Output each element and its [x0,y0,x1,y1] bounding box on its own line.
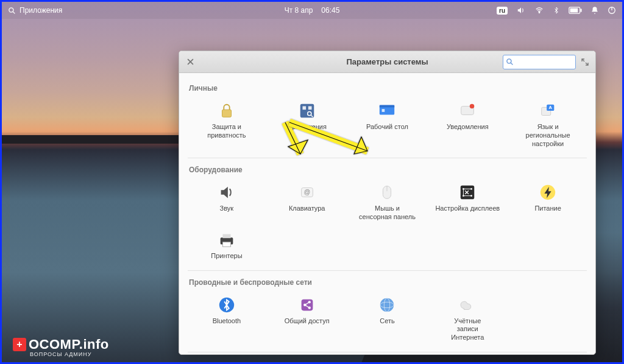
item-bluetooth[interactable]: Bluetooth [188,292,266,345]
notifications-icon[interactable] [590,5,599,15]
item-displays[interactable]: Настройка дисплеев [428,179,506,224]
settings-search-input[interactable] [514,58,569,66]
watermark: +OCOMP.info ВОПРОСЫ АДМИНУ [13,337,109,357]
lock-icon [216,100,238,122]
item-network[interactable]: Сеть [349,292,427,345]
item-notifications[interactable]: Уведомления [428,97,506,150]
share-icon [296,294,318,316]
mouse-icon [376,181,398,203]
section-hardware: Оборудование Звук @ Клавиатура [188,158,587,270]
svg-text:@: @ [303,189,310,195]
svg-rect-14 [302,107,306,110]
window-title: Параметры системы [346,57,428,66]
svg-rect-4 [580,9,581,12]
svg-rect-5 [570,9,578,13]
item-security-privacy[interactable]: Защита и приватность [188,97,266,150]
bluetooth-icon[interactable] [553,5,560,15]
item-sharing[interactable]: Общий доступ [268,292,346,345]
speaker-icon [216,181,238,203]
item-printers[interactable]: Принтеры [188,226,266,263]
applications-label: Приложения [20,6,62,15]
battery-icon[interactable] [569,7,582,14]
watermark-site: OCOMP.info [29,337,109,352]
item-language-region[interactable]: A Язык и региональные настройки [509,97,587,150]
item-mouse-touchpad[interactable]: Мышь и сенсорная панель [349,179,427,224]
svg-rect-12 [222,110,231,117]
settings-body: Личные Защита и приватность Приложения [179,73,595,354]
notification-icon [456,100,478,122]
svg-rect-19 [380,105,394,108]
section-title-personal: Личные [189,84,587,93]
bluetooth-round-icon [216,294,238,316]
item-sound[interactable]: Звук [188,179,266,224]
wifi-icon[interactable] [534,6,544,15]
svg-line-11 [511,63,512,65]
svg-point-2 [539,12,540,13]
section-title-hardware: Оборудование [189,166,587,174]
svg-rect-37 [222,234,230,238]
keyboard-layout-indicator[interactable]: ru [497,7,508,15]
section-admin: Администрирование Screen Time & Limits Д… [188,352,587,354]
power-bolt-icon [537,181,559,203]
top-panel: Приложения Чт 8 апр 06:45 ru [2,2,622,19]
svg-rect-20 [382,109,385,112]
svg-point-44 [380,298,394,312]
search-icon [506,58,514,66]
watermark-plus-icon: + [13,338,26,351]
item-keyboard[interactable]: @ Клавиатура [268,179,346,224]
panel-time[interactable]: 06:45 [321,6,339,15]
svg-text:A: A [549,105,553,110]
volume-icon[interactable] [516,6,526,15]
svg-line-1 [13,12,15,13]
section-network: Проводные и беспроводные сети Bluetooth … [188,271,587,352]
language-icon: A [537,100,559,122]
system-settings-window: Параметры системы Личные Защита и приват… [179,51,596,355]
panel-date[interactable]: Чт 8 апр [285,6,313,15]
item-applications[interactable]: Приложения [268,97,346,150]
displays-icon [456,181,478,203]
printer-icon [216,229,238,251]
applications-launcher[interactable]: Приложения [8,6,62,15]
svg-rect-40 [301,299,313,310]
settings-search[interactable] [503,55,576,69]
search-icon [8,7,16,15]
section-personal: Личные Защита и приватность Приложения [188,77,587,158]
svg-rect-38 [222,242,230,247]
svg-point-0 [9,7,13,12]
cloud-icon [456,294,478,316]
globe-icon [376,294,398,316]
desktop-icon [376,100,398,122]
watermark-tagline: ВОПРОСЫ АДМИНУ [30,351,109,357]
section-title-network: Проводные и беспроводные сети [189,278,587,287]
titlebar: Параметры системы [179,51,595,73]
close-button[interactable] [184,56,196,68]
keyboard-icon: @ [296,181,318,203]
svg-point-22 [470,104,475,109]
apps-icon [296,100,318,122]
item-online-accounts[interactable]: Учётные записи Интернета [428,292,506,345]
item-power[interactable]: Питание [509,179,587,224]
svg-rect-15 [308,107,312,110]
maximize-button[interactable] [580,57,590,68]
svg-point-10 [507,59,511,63]
item-desktop[interactable]: Рабочий стол [349,97,427,150]
power-icon[interactable] [608,6,616,15]
